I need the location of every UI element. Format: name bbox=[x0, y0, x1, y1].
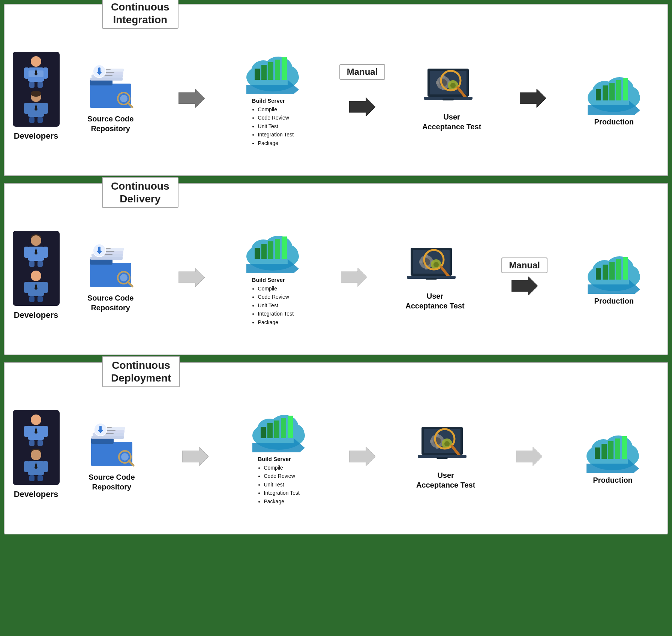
cdeploy-repo-label: Source CodeRepository bbox=[88, 472, 135, 492]
ci-repo-label: Source CodeRepository bbox=[87, 114, 134, 133]
svg-rect-11 bbox=[43, 103, 48, 114]
svg-rect-134 bbox=[603, 265, 608, 280]
svg-rect-81 bbox=[43, 282, 48, 293]
svg-marker-44 bbox=[349, 97, 375, 116]
svg-rect-111 bbox=[282, 236, 287, 259]
cdeploy-developers-label: Developers bbox=[14, 489, 58, 499]
cdeploy-production-item: Production bbox=[583, 428, 643, 485]
cd-build-server-item: Build Server Compile Code Review Unit Te… bbox=[243, 228, 303, 326]
cd-flow-area: Source CodeRepository bbox=[62, 228, 662, 326]
cd-arrow-1 bbox=[178, 266, 205, 289]
svg-point-0 bbox=[31, 56, 41, 67]
ci-manual-badge: Manual bbox=[339, 64, 386, 80]
svg-marker-128 bbox=[512, 277, 538, 295]
svg-rect-68 bbox=[623, 78, 628, 100]
cdeploy-arrow-2 bbox=[349, 445, 375, 468]
svg-rect-107 bbox=[255, 248, 260, 259]
svg-rect-21 bbox=[90, 78, 123, 81]
svg-rect-82 bbox=[29, 296, 34, 302]
svg-rect-41 bbox=[275, 60, 280, 80]
svg-marker-102 bbox=[178, 268, 205, 287]
svg-marker-182 bbox=[349, 447, 375, 466]
cd-arrow-2 bbox=[341, 266, 367, 289]
svg-rect-141 bbox=[24, 426, 29, 437]
ci-repo-item: Source CodeRepository bbox=[81, 63, 141, 133]
cdeploy-uat-label: UserAcceptance Test bbox=[416, 470, 475, 490]
svg-rect-90 bbox=[90, 257, 123, 260]
svg-rect-206 bbox=[622, 436, 627, 459]
svg-rect-109 bbox=[268, 241, 273, 259]
svg-point-78 bbox=[31, 271, 41, 281]
ci-repo-icon bbox=[84, 63, 137, 112]
cdeploy-build-server-icon bbox=[249, 407, 309, 452]
cd-arrow-3 bbox=[512, 275, 538, 297]
cd-avatar-group bbox=[13, 231, 60, 306]
svg-rect-178 bbox=[274, 421, 279, 438]
ci-flow-area: Source CodeRepository bbox=[62, 49, 662, 147]
cd-developers-label: Developers bbox=[14, 310, 58, 320]
cd-production-item: Production bbox=[584, 249, 644, 306]
cdeploy-uat-icon bbox=[418, 423, 474, 468]
svg-rect-13 bbox=[38, 117, 43, 123]
svg-rect-66 bbox=[609, 83, 615, 100]
svg-point-15 bbox=[31, 91, 41, 97]
cd-developers-col: Developers bbox=[10, 231, 62, 320]
cdeploy-avatar-2 bbox=[17, 448, 55, 482]
svg-rect-65 bbox=[603, 85, 608, 100]
ci-avatar-1 bbox=[17, 55, 55, 88]
cd-repo-icon bbox=[84, 242, 137, 291]
svg-rect-42 bbox=[282, 57, 287, 80]
svg-rect-12 bbox=[29, 117, 34, 123]
svg-rect-86 bbox=[90, 259, 112, 265]
svg-rect-143 bbox=[29, 440, 34, 446]
svg-rect-64 bbox=[596, 89, 601, 100]
cdeploy-flow-area: Source CodeRepository bbox=[62, 407, 662, 506]
svg-rect-73 bbox=[24, 247, 29, 258]
ci-build-server-icon bbox=[243, 49, 303, 94]
cdeploy-uat-item: UserAcceptance Test bbox=[416, 423, 476, 490]
svg-marker-59 bbox=[520, 89, 546, 108]
cd-production-label: Production bbox=[594, 296, 634, 306]
cdeploy-arrow-1 bbox=[182, 445, 208, 468]
svg-rect-5 bbox=[38, 82, 43, 88]
svg-rect-179 bbox=[281, 418, 286, 438]
cd-uat-item: UserAcceptance Test bbox=[405, 244, 465, 311]
svg-rect-83 bbox=[38, 296, 43, 302]
svg-point-100 bbox=[120, 274, 128, 281]
cd-title: ContinuousDelivery bbox=[102, 177, 178, 208]
svg-point-192 bbox=[444, 441, 450, 446]
svg-rect-127 bbox=[426, 278, 437, 280]
svg-rect-152 bbox=[38, 475, 43, 481]
svg-rect-180 bbox=[288, 416, 293, 438]
svg-rect-159 bbox=[92, 436, 124, 439]
ci-build-server-text: Build Server Compile Code Review Unit Te… bbox=[252, 96, 294, 147]
ci-avatar-2 bbox=[17, 90, 55, 124]
svg-rect-202 bbox=[595, 447, 600, 459]
svg-rect-97 bbox=[98, 247, 100, 252]
svg-rect-120 bbox=[419, 260, 422, 263]
svg-rect-108 bbox=[261, 244, 267, 259]
svg-point-139 bbox=[31, 415, 41, 425]
svg-marker-33 bbox=[178, 89, 205, 108]
ci-uat-label: UserAcceptance Test bbox=[422, 112, 481, 132]
cdeploy-developers-col: Developers bbox=[10, 410, 62, 499]
cdeploy-avatar-group bbox=[13, 410, 60, 485]
cd-uat-icon bbox=[407, 244, 463, 289]
cdeploy-repo-icon bbox=[86, 421, 138, 470]
svg-rect-150 bbox=[43, 461, 48, 472]
svg-rect-196 bbox=[436, 457, 448, 459]
svg-rect-142 bbox=[43, 426, 48, 437]
ci-production-label: Production bbox=[594, 117, 634, 127]
ci-production-icon bbox=[584, 70, 644, 115]
svg-rect-75 bbox=[29, 261, 34, 267]
svg-rect-205 bbox=[615, 438, 620, 459]
svg-marker-197 bbox=[516, 447, 542, 466]
cdeploy-production-icon bbox=[583, 428, 643, 473]
svg-point-31 bbox=[120, 95, 128, 102]
cdeploy-section: ContinuousDeployment bbox=[4, 362, 668, 534]
ci-uat-item: UserAcceptance Test bbox=[422, 65, 482, 132]
cd-avatar-2 bbox=[17, 269, 55, 303]
cd-section: ContinuousDelivery bbox=[4, 183, 668, 355]
svg-rect-10 bbox=[24, 103, 29, 114]
ci-section: Continuous Integration bbox=[4, 4, 668, 176]
